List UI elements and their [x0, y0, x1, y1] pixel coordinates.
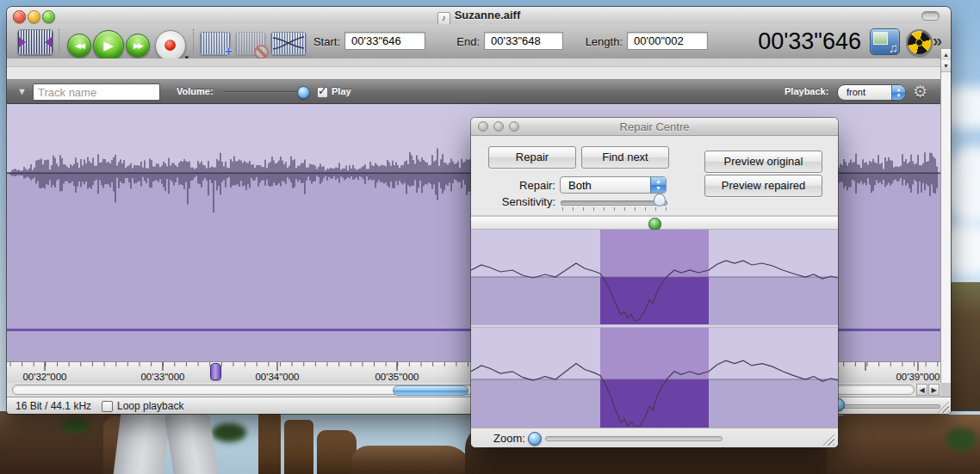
- repair-mode-value: Both: [568, 179, 592, 192]
- playback-value: front: [847, 87, 865, 97]
- selection-right-arrow-icon: [45, 37, 52, 47]
- waveform-add-button[interactable]: +: [200, 32, 231, 55]
- selection-tool-button[interactable]: [17, 29, 53, 55]
- sensitivity-slider-knob[interactable]: [654, 194, 666, 206]
- rewind-button[interactable]: ◀◀: [67, 34, 91, 58]
- record-button[interactable]: ▾: [155, 30, 186, 61]
- play-label: Play: [332, 86, 351, 96]
- hscroll-thumb[interactable]: [393, 385, 468, 396]
- sensitivity-label: Sensitivity:: [487, 195, 555, 208]
- repair-mode-label: Repair:: [495, 179, 555, 192]
- music-note-icon: ♪: [437, 12, 450, 25]
- dialog-titlebar[interactable]: Repair Centre: [471, 118, 838, 136]
- track-header: ▼ Volume: ✓ Play Playback: front ▲▼ ⚙: [7, 79, 951, 104]
- selection-left-arrow-icon: [19, 37, 26, 47]
- repair-button[interactable]: Repair: [488, 146, 576, 169]
- ruler-label: 00'34"000: [255, 372, 299, 382]
- toolbar-separator: [59, 29, 59, 53]
- start-field[interactable]: [344, 32, 425, 50]
- find-next-button[interactable]: Find next: [581, 146, 669, 169]
- screen: ♪Suzanne.aiff ◀◀ ▶ ▶▶ ▾ +: [0, 0, 980, 474]
- repair-mode-dropdown[interactable]: Both ▲▼: [560, 176, 667, 194]
- ruler-label: 00'35"000: [375, 372, 419, 382]
- preview-repaired-button[interactable]: Preview repaired: [704, 175, 822, 197]
- dialog-zoom-slider-track[interactable]: [545, 436, 723, 441]
- toolbar: ◀◀ ▶ ▶▶ ▾ + Start: End:: [7, 24, 951, 59]
- audio-format-text: 16 Bit / 44.1 kHz: [16, 400, 91, 412]
- record-dot-icon: [164, 40, 176, 51]
- statue-leg: [164, 413, 218, 474]
- position-ball-knob[interactable]: [648, 218, 661, 231]
- tracks-top-strip: [7, 67, 951, 79]
- dialog-zoom-slider-knob[interactable]: [528, 432, 542, 446]
- titlebar[interactable]: ♪Suzanne.aiff: [7, 7, 951, 24]
- ruler-label: 00'33"000: [140, 372, 184, 382]
- start-label: Start:: [291, 35, 340, 48]
- preview-original-button[interactable]: Preview original: [704, 151, 822, 173]
- window-title-wrap: ♪Suzanne.aiff: [7, 9, 951, 25]
- dialog-bottom-bar: Zoom:: [471, 428, 838, 447]
- vertical-scrollbar[interactable]: ▲ ▼: [940, 49, 951, 383]
- prohibition-badge-icon: [254, 45, 269, 59]
- statue-leg: [114, 413, 171, 474]
- dialog-resize-grip[interactable]: [822, 434, 834, 446]
- playhead-marker[interactable]: [210, 363, 221, 380]
- check-icon: ✓: [318, 84, 327, 97]
- music-notes-icon: ♫: [889, 40, 898, 55]
- toolbar-overflow-chevron[interactable]: »: [933, 31, 942, 51]
- length-label: Length:: [571, 35, 623, 48]
- disclosure-triangle-icon[interactable]: ▼: [17, 86, 27, 96]
- photo-frame-icon: [873, 32, 888, 45]
- sensitivity-ticks: [562, 207, 666, 212]
- gear-icon[interactable]: ⚙: [913, 82, 927, 102]
- end-field[interactable]: [484, 32, 563, 50]
- loop-playback-checkbox[interactable]: [102, 401, 113, 412]
- toolbar-toggle-pill[interactable]: [921, 11, 940, 21]
- preview-waveform-svg: [471, 230, 838, 428]
- dropdown-stepper-icon: ▲▼: [650, 177, 666, 193]
- toolbar-underside-strip: [7, 58, 951, 67]
- volume-slider-knob[interactable]: [297, 86, 310, 99]
- fast-forward-button[interactable]: ▶▶: [126, 34, 150, 58]
- end-label: End:: [442, 35, 480, 48]
- play-button[interactable]: ▶: [93, 30, 124, 61]
- play-checkbox[interactable]: ✓: [317, 87, 328, 98]
- dropdown-stepper-icon: ▲▼: [891, 85, 905, 100]
- length-field[interactable]: [627, 32, 708, 50]
- toolbar-separator: [193, 29, 194, 53]
- scroll-right-button[interactable]: ▶: [928, 384, 940, 396]
- time-display: 00'33"646: [727, 28, 861, 55]
- dialog-zoom-label: Zoom:: [493, 432, 525, 445]
- repair-preview[interactable]: [471, 230, 838, 428]
- volume-label: Volume:: [177, 86, 214, 96]
- track-name-input[interactable]: [33, 83, 160, 101]
- burn-button[interactable]: [906, 29, 933, 56]
- volume-slider-track[interactable]: [222, 91, 305, 93]
- ruler-label: 00'32"000: [22, 372, 66, 382]
- position-strip[interactable]: [471, 215, 838, 230]
- playback-dropdown[interactable]: front ▲▼: [837, 84, 906, 101]
- loop-playback-label: Loop playback: [117, 400, 183, 412]
- window-title: Suzanne.aiff: [455, 9, 521, 22]
- waveform-delete-button: [235, 32, 266, 55]
- scroll-up-button[interactable]: ▲: [941, 49, 951, 61]
- dialog-title: Repair Centre: [471, 120, 838, 133]
- plus-badge-icon: +: [225, 44, 233, 59]
- playback-label: Playback:: [785, 86, 828, 96]
- repair-centre-dialog: Repair Centre Repair Find next Preview o…: [471, 118, 838, 447]
- window-zoom-slider-track[interactable]: [828, 404, 940, 409]
- scroll-down-button[interactable]: ▼: [941, 60, 951, 72]
- media-browser-button[interactable]: ♫: [870, 28, 900, 55]
- sensitivity-slider-track[interactable]: [561, 200, 667, 206]
- ruler-label: 00'39"000: [896, 372, 940, 382]
- scroll-left-button[interactable]: ◀: [916, 384, 927, 396]
